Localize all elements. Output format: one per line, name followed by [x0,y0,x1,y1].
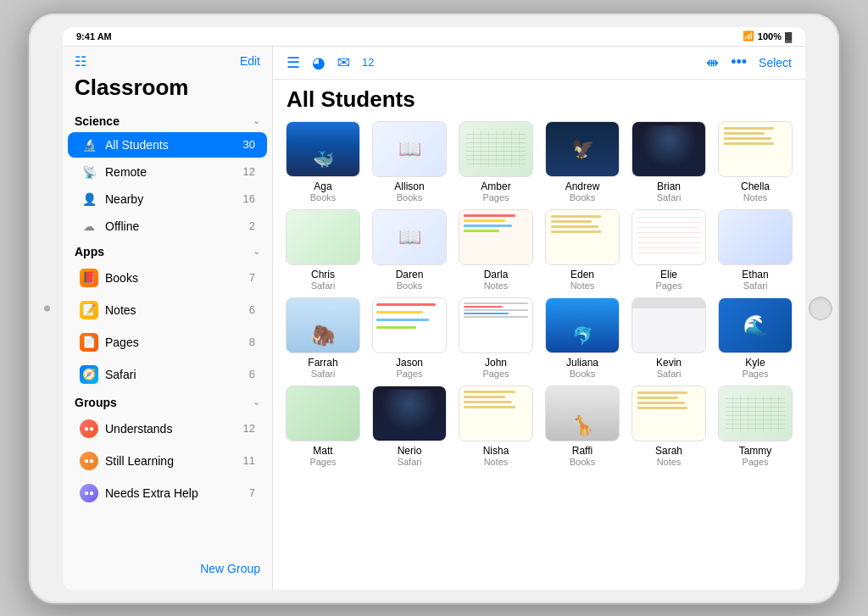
sidebar-item-remote[interactable]: 📡 Remote 12 [68,159,267,185]
sidebar-item-all-students[interactable]: 🔬 All Students 30 [68,132,267,158]
understands-label: Understands [105,422,235,436]
compass-icon[interactable]: ◕ [312,53,326,72]
student-card-nisha[interactable]: Nisha Notes [456,386,536,467]
more-icon[interactable]: ••• [731,53,747,71]
student-card-chris[interactable]: Chris Safari [283,209,363,291]
student-card-chella[interactable]: Chella Notes [715,121,795,203]
student-name: Nisha [483,445,509,457]
student-app: Safari [311,369,336,379]
student-thumb-kevin [632,297,706,353]
select-button[interactable]: Select [759,56,792,69]
sidebar-item-pages[interactable]: 📄 Pages 8 [68,327,267,358]
student-card-kevin[interactable]: Kevin Safari [629,297,709,379]
student-card-juliana[interactable]: Juliana Books [542,297,622,379]
pages-label: Pages [105,336,235,349]
student-row-1: Chris Safari Daren Books Darla Notes Ede… [283,209,795,291]
remote-count: 12 [242,165,255,178]
sidebar-item-still-learning[interactable]: ●● Still Learning 11 [68,446,267,476]
student-name: Matt [313,445,332,457]
student-card-allison[interactable]: Allison Books [370,121,449,203]
home-button[interactable] [809,297,832,320]
student-name: Elie [660,269,677,280]
inbox-icon[interactable]: ✉ [337,53,350,72]
student-card-nerio[interactable]: Nerio Safari [370,386,449,467]
notes-app-icon: 📝 [80,301,98,319]
student-card-eden[interactable]: Eden Notes [542,209,622,291]
student-app: Pages [482,192,509,203]
student-card-john[interactable]: John Pages [456,297,536,379]
sidebar-toggle-icon[interactable]: ☷ [75,53,86,69]
content-toolbar: ☰ ◕ ✉ 12 ⇼ ••• Select [273,47,805,80]
student-app: Safari [657,192,682,203]
sidebar-item-offline[interactable]: ☁ Offline 2 [68,214,267,239]
new-group-button[interactable]: New Group [63,554,272,583]
student-card-matt[interactable]: Matt Pages [283,386,363,467]
student-thumb-darla [459,209,533,265]
student-card-farrah[interactable]: Farrah Safari [283,297,363,379]
student-card-aga[interactable]: Aga Books [283,121,363,203]
remote-label: Remote [105,165,235,179]
inbox-badge: 12 [362,56,374,69]
student-card-amber[interactable]: Amber Pages [456,121,536,203]
student-card-andrew[interactable]: Andrew Books [542,121,622,203]
sidebar-item-understands[interactable]: ●● Understands 12 [68,413,267,444]
student-card-brian[interactable]: Brian Safari [629,121,709,203]
books-label: Books [105,271,235,285]
student-row-0: Aga Books Allison Books Amber Pages Andr… [283,121,795,203]
student-thumb-john [459,297,533,353]
student-name: Chris [311,269,335,280]
nearby-label: Nearby [105,192,235,206]
student-card-kyle[interactable]: Kyle Pages [715,297,795,379]
student-thumb-amber [459,121,533,177]
student-name: Chella [741,180,770,192]
camera-dot [44,305,50,311]
ipad-frame: 9:41 AM 📶 100% ▓ ☷ Edit Classroom Scienc… [27,12,841,605]
science-chevron-icon[interactable]: ⌄ [253,115,260,126]
student-thumb-nerio [372,386,447,441]
sidebar-item-books[interactable]: 📕 Books 7 [68,263,267,293]
sidebar: ☷ Edit Classroom Science ⌄ 🔬 All Student… [63,47,273,590]
student-card-ethan[interactable]: Ethan Safari [715,209,795,291]
student-app: Books [397,280,423,291]
student-card-darla[interactable]: Darla Notes [456,209,536,291]
student-card-raffi[interactable]: Raffi Books [542,386,622,467]
student-app: Safari [311,280,336,291]
sidebar-item-safari[interactable]: 🧭 Safari 6 [68,359,267,390]
student-thumb-chella [718,121,793,177]
sidebar-item-nearby[interactable]: 👤 Nearby 16 [68,186,267,212]
student-app: Pages [742,369,768,379]
layers-icon[interactable]: ☰ [287,53,300,72]
student-card-daren[interactable]: Daren Books [370,209,449,291]
safari-count: 6 [242,368,255,380]
main-area: ☷ Edit Classroom Science ⌄ 🔬 All Student… [63,46,805,590]
notes-label: Notes [105,303,235,317]
grid-icon[interactable]: ⇼ [706,53,719,72]
student-name: Sarah [655,445,682,457]
understands-count: 12 [242,422,255,435]
sidebar-item-notes[interactable]: 📝 Notes 6 [68,295,267,325]
student-thumb-daren [372,209,447,265]
section-groups-header: Groups ⌄ [63,391,272,413]
groups-chevron-icon[interactable]: ⌄ [253,397,260,408]
student-thumb-sarah [632,386,706,441]
student-thumb-kyle [718,297,793,353]
all-students-icon: 🔬 [80,138,98,152]
student-app: Books [570,192,596,203]
student-name: Nerio [398,445,422,457]
student-card-sarah[interactable]: Sarah Notes [629,386,709,467]
student-name: Eden [570,269,594,280]
books-count: 7 [242,271,255,284]
status-time: 9:41 AM [76,31,112,42]
sidebar-item-needs-extra-help[interactable]: ●● Needs Extra Help 7 [68,478,267,508]
student-card-elie[interactable]: Elie Pages [629,209,709,291]
student-app: Safari [398,457,422,467]
sidebar-title: Classroom [63,73,272,109]
student-card-jason[interactable]: Jason Pages [370,297,449,379]
apps-chevron-icon[interactable]: ⌄ [253,246,260,257]
student-name: Darla [484,269,509,280]
student-name: Amber [481,180,510,192]
student-card-tammy[interactable]: Tammy Pages [715,386,795,467]
sidebar-edit-button[interactable]: Edit [240,54,260,68]
student-name: Tammy [739,445,772,457]
needs-extra-help-label: Needs Extra Help [105,486,235,500]
